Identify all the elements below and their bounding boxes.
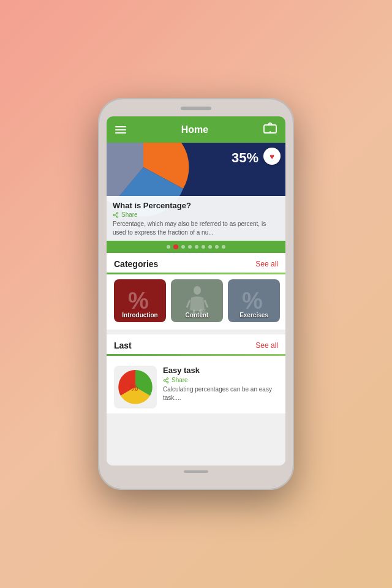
category-content-label: Content [171,312,223,318]
banner-section: 35% ♥ What is Percentage? Share Percenta… [107,143,285,241]
category-introduction[interactable]: % Introduction [114,279,166,322]
last-section: Last See all [107,334,285,413]
last-divider [107,354,285,356]
svg-line-22 [165,380,167,382]
app-header: Home [107,116,285,143]
last-card-title: Easy task [163,366,278,375]
last-card-info: Easy task Share Calculating percentages … [163,366,278,402]
dot-6[interactable] [202,245,205,249]
menu-button[interactable] [115,126,126,134]
last-card-1[interactable]: % Easy task Share Calculating percent [107,361,285,413]
header-title: Home [181,124,208,135]
category-intro-label: Introduction [114,312,166,318]
last-card-desc: Calculating percentages can be an easy t… [163,385,278,402]
svg-point-10 [194,286,201,295]
banner-description: Percentage, which may also be referred t… [113,220,279,237]
banner-title: What is Percentage? [113,201,279,210]
svg-point-4 [116,212,118,214]
svg-line-8 [115,213,117,214]
svg-point-21 [167,381,168,383]
carousel-dots [107,241,285,253]
phone-screen: Home [107,116,285,466]
favorite-button[interactable]: ♥ [263,148,281,165]
svg-line-23 [165,379,167,380]
main-content: 35% ♥ What is Percentage? Share Percenta… [107,143,285,466]
svg-line-12 [205,300,208,307]
category-exercises-label: Exercises [228,312,280,318]
categories-section: Categories See all % Introduction [107,253,285,330]
dot-8[interactable] [215,245,219,249]
svg-point-5 [113,214,115,216]
tv-icon[interactable] [263,123,277,137]
last-title: Last [114,341,132,350]
last-thumb: % [114,366,157,409]
last-card-share[interactable]: Share [163,377,278,383]
svg-line-11 [187,300,190,307]
category-content[interactable]: % Content [171,279,223,322]
percentage-label: 35% [232,150,258,166]
categories-header: Categories See all [107,253,285,273]
dot-3[interactable] [181,245,185,249]
svg-point-20 [164,379,165,381]
categories-row: % Introduction [107,279,285,330]
categories-see-all[interactable]: See all [255,260,278,268]
svg-line-7 [115,215,117,216]
svg-text:%: % [130,383,138,393]
dot-7[interactable] [208,245,212,249]
last-header: Last See all [107,334,285,354]
speaker [181,107,211,110]
dot-9[interactable] [222,245,225,249]
categories-title: Categories [114,259,158,269]
heart-icon: ♥ [270,152,274,161]
svg-text:%: % [242,288,263,314]
category-exercises[interactable]: % Exercises [228,279,280,322]
categories-divider [107,273,285,274]
last-see-all[interactable]: See all [255,341,278,350]
svg-text:%: % [128,288,149,314]
banner-share-button[interactable]: Share [113,211,279,218]
svg-point-19 [167,377,168,379]
dot-2[interactable] [173,244,178,249]
banner-overlay: What is Percentage? Share Percentage, wh… [107,196,285,241]
dot-4[interactable] [188,245,192,249]
svg-point-6 [116,216,118,217]
phone-frame: Home [98,98,294,490]
home-indicator [184,470,208,473]
dot-5[interactable] [195,245,198,249]
dot-1[interactable] [167,245,170,249]
